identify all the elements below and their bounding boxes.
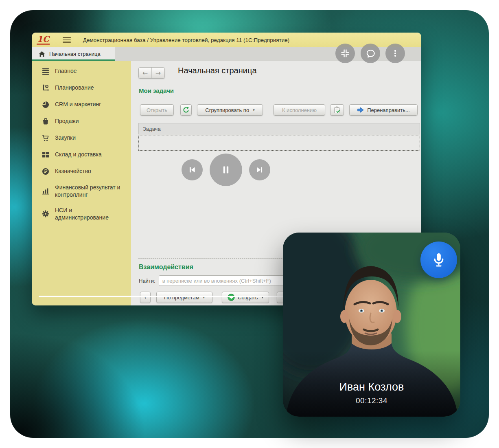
sidebar-item-purchases[interactable]: Закупки [32,130,131,146]
refresh-button[interactable] [180,104,192,116]
shopping-bag-icon [42,118,49,125]
accept-task-button[interactable] [330,104,344,116]
tasks-column-label: Задача [143,126,161,132]
menu-lines-icon [42,68,49,75]
decorative-line [39,296,309,297]
sidebar-item-warehouse-delivery[interactable]: Склад и доставка [32,146,131,163]
caller-name: Иван Козлов [283,381,460,393]
1c-logo: 1С [37,35,50,45]
mic-button[interactable] [420,242,457,278]
create-dropdown[interactable]: Создать ▾ [222,292,269,303]
tab-label: Начальная страница [49,51,101,57]
tab-home-page[interactable]: Начальная страница [32,47,115,61]
gear-icon [42,210,49,217]
tasks-heading: Мои задачи [139,87,174,94]
group-by-dropdown[interactable]: Сгруппировать по ▾ [197,104,263,116]
find-label: Найти: [139,278,155,284]
refresh-icon [182,106,190,114]
ruble-coin-icon [42,168,49,175]
planning-axes-icon [42,84,49,92]
sidebar-item-planning[interactable]: Планирование [32,79,131,96]
kebab-menu-icon [391,49,399,57]
tasks-table-header[interactable]: Задача [138,123,420,134]
window-titlebar: 1С Демонстрационная база / Управление то… [32,33,421,47]
interactions-heading: Взаимодействия [139,264,193,271]
plus-circle-icon [228,294,235,301]
chat-bubble-icon [366,49,375,58]
history-nav-group: ← → [138,67,165,79]
home-icon [38,51,46,58]
microphone-icon [430,251,448,269]
back-button[interactable]: ← [139,68,151,78]
compress-icon [341,49,350,58]
collapse-call-button[interactable] [335,44,355,63]
page-title: Начальная страница [178,66,257,75]
sidebar: Главное Планирование CRM и маркетинг [32,61,131,305]
pause-icon [219,163,232,176]
sidebar-item-crm-marketing[interactable]: CRM и маркетинг [32,96,131,113]
call-timer: 00:12:34 [283,396,460,405]
open-button[interactable]: Открыть [140,104,174,116]
chat-button[interactable] [361,44,380,63]
interactions-search-row: Найти: [139,275,306,286]
main-menu-icon[interactable] [63,37,71,43]
warehouse-grid-icon [42,151,49,158]
call-card: Иван Козлов 00:12:34 [283,233,460,417]
skip-forward-icon [255,165,264,174]
forward-button[interactable]: → [151,68,164,78]
window-title: Демонстрационная база / Управление торго… [83,37,289,43]
caret-down-icon: ▾ [253,108,255,112]
sidebar-item-financial-result[interactable]: Финансовый результат и контроллинг [32,180,131,202]
sidebar-item-treasury[interactable]: Казначейство [32,163,131,180]
sidebar-item-master-data-admin[interactable]: НСИ и администрирование [32,202,131,225]
pager-left-button[interactable]: ‹ [140,292,151,303]
task-row-empty[interactable] [138,136,420,151]
redirect-arrow-icon [357,106,364,114]
skip-back-icon [188,165,197,174]
skip-back-button[interactable] [182,159,203,180]
pie-chart-icon [42,101,49,108]
sidebar-item-sales[interactable]: Продажи [32,113,131,130]
skip-forward-button[interactable] [249,159,270,180]
sidebar-item-main[interactable]: Главное [32,63,131,79]
by-subjects-dropdown[interactable]: По предметам ▾ [156,292,212,303]
more-options-button[interactable] [385,44,405,63]
redirect-button[interactable]: Перенаправить... [349,104,418,116]
shopping-cart-icon [42,134,49,142]
bar-chart-icon [42,187,49,195]
to-execution-button[interactable]: К исполнению [274,104,325,116]
pause-button[interactable] [210,154,242,186]
clipboard-check-icon [333,106,341,114]
